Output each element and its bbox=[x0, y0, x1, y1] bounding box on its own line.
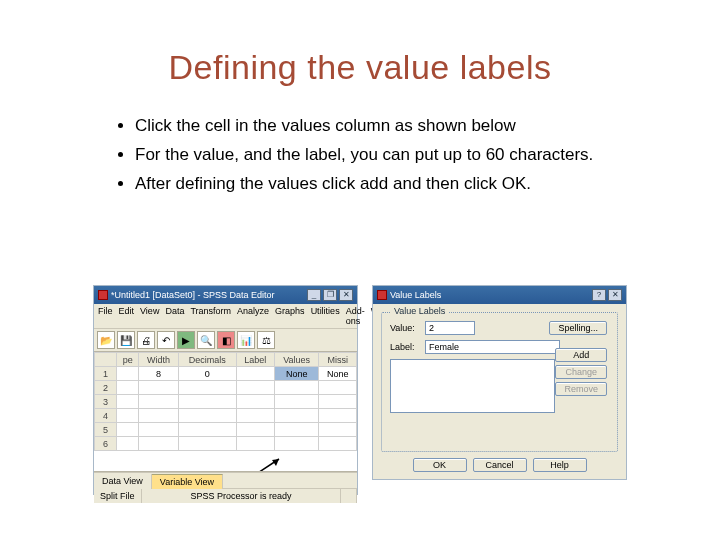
grid-cell[interactable] bbox=[274, 381, 319, 395]
change-button[interactable]: Change bbox=[555, 365, 607, 379]
menu-transform[interactable]: Transform bbox=[190, 306, 231, 326]
col-width[interactable]: Width bbox=[139, 353, 178, 367]
grid-cell[interactable] bbox=[236, 409, 274, 423]
run-icon[interactable]: ▶ bbox=[177, 331, 195, 349]
undo-icon[interactable]: ↶ bbox=[157, 331, 175, 349]
grid-cell[interactable] bbox=[117, 395, 139, 409]
labels-listbox[interactable] bbox=[390, 359, 555, 413]
bullet-2: For the value, and the label, you can pu… bbox=[135, 144, 625, 167]
value-labels-group: Value Labels Spelling... Value: Label: A… bbox=[381, 312, 618, 452]
grid-cell[interactable] bbox=[274, 395, 319, 409]
grid-cell[interactable] bbox=[117, 423, 139, 437]
menubar: File Edit View Data Transform Analyze Gr… bbox=[94, 304, 357, 329]
menu-file[interactable]: File bbox=[98, 306, 113, 326]
label-input[interactable] bbox=[425, 340, 560, 354]
ok-button[interactable]: OK bbox=[413, 458, 467, 472]
row-header: 1 bbox=[95, 367, 117, 381]
grid-cell[interactable] bbox=[236, 381, 274, 395]
menu-graphs[interactable]: Graphs bbox=[275, 306, 305, 326]
grid-cell[interactable] bbox=[274, 423, 319, 437]
grid-cell[interactable] bbox=[319, 423, 357, 437]
weight-icon[interactable]: ⚖ bbox=[257, 331, 275, 349]
grid-cell[interactable] bbox=[139, 437, 178, 451]
help-button[interactable]: Help bbox=[533, 458, 587, 472]
grid-cell[interactable] bbox=[139, 409, 178, 423]
group-legend: Value Labels bbox=[390, 306, 449, 316]
grid-cell[interactable] bbox=[319, 437, 357, 451]
value-input[interactable] bbox=[425, 321, 475, 335]
col-missing[interactable]: Missi bbox=[319, 353, 357, 367]
cancel-button[interactable]: Cancel bbox=[473, 458, 527, 472]
tab-data-view[interactable]: Data View bbox=[94, 474, 152, 489]
grid-cell[interactable] bbox=[139, 381, 178, 395]
bullet-1: Click the cell in the values column as s… bbox=[135, 115, 625, 138]
status-processor: SPSS Processor is ready bbox=[142, 489, 342, 503]
toolbar: 📂 💾 🖨 ↶ ▶ 🔍 ◧ 📊 ⚖ bbox=[94, 329, 357, 352]
grid-cell[interactable] bbox=[178, 423, 236, 437]
spss-data-editor-window: *Untitled1 [DataSet0] - SPSS Data Editor… bbox=[93, 285, 358, 495]
dialog-app-icon bbox=[377, 290, 387, 300]
menu-analyze[interactable]: Analyze bbox=[237, 306, 269, 326]
grid-cell[interactable]: None bbox=[319, 367, 357, 381]
dialog-close-icon[interactable]: ✕ bbox=[608, 289, 622, 301]
grid-cell[interactable] bbox=[117, 437, 139, 451]
row-header: 6 bbox=[95, 437, 117, 451]
grid-cell[interactable] bbox=[319, 409, 357, 423]
grid-cell[interactable] bbox=[139, 395, 178, 409]
spss-titlebar: *Untitled1 [DataSet0] - SPSS Data Editor… bbox=[94, 286, 357, 304]
vars-icon[interactable]: ◧ bbox=[217, 331, 235, 349]
open-icon[interactable]: 📂 bbox=[97, 331, 115, 349]
menu-data[interactable]: Data bbox=[165, 306, 184, 326]
menu-view[interactable]: View bbox=[140, 306, 159, 326]
row-header: 3 bbox=[95, 395, 117, 409]
maximize-icon[interactable]: ❐ bbox=[323, 289, 337, 301]
col-label[interactable]: Label bbox=[236, 353, 274, 367]
grid-cell[interactable] bbox=[117, 367, 139, 381]
grid-cell[interactable] bbox=[274, 409, 319, 423]
label-field-label: Label: bbox=[390, 342, 420, 352]
grid-cell[interactable]: None bbox=[274, 367, 319, 381]
bullet-3: After defining the values click add and … bbox=[135, 173, 625, 196]
chart-icon[interactable]: 📊 bbox=[237, 331, 255, 349]
grid-cell[interactable] bbox=[236, 367, 274, 381]
grid-cell[interactable] bbox=[236, 423, 274, 437]
grid-cell[interactable] bbox=[178, 409, 236, 423]
grid-cell[interactable] bbox=[236, 437, 274, 451]
grid-cell[interactable] bbox=[274, 437, 319, 451]
grid-cell[interactable] bbox=[319, 395, 357, 409]
dialog-titlebar: Value Labels ? ✕ bbox=[373, 286, 626, 304]
grid-cell[interactable] bbox=[319, 381, 357, 395]
minimize-icon[interactable]: _ bbox=[307, 289, 321, 301]
grid-cell[interactable] bbox=[178, 437, 236, 451]
menu-utilities[interactable]: Utilities bbox=[311, 306, 340, 326]
menu-addons[interactable]: Add-ons bbox=[346, 306, 365, 326]
grid-cell[interactable] bbox=[236, 395, 274, 409]
grid-cell[interactable] bbox=[139, 423, 178, 437]
grid-cell[interactable]: 0 bbox=[178, 367, 236, 381]
col-values[interactable]: Values bbox=[274, 353, 319, 367]
tab-variable-view[interactable]: Variable View bbox=[152, 474, 223, 489]
close-icon[interactable]: ✕ bbox=[339, 289, 353, 301]
dialog-help-icon[interactable]: ? bbox=[592, 289, 606, 301]
spss-window-title: *Untitled1 [DataSet0] - SPSS Data Editor bbox=[111, 290, 275, 300]
status-split-file: Split File bbox=[94, 489, 142, 503]
add-button[interactable]: Add bbox=[555, 348, 607, 362]
col-type[interactable]: pe bbox=[117, 353, 139, 367]
col-rowhdr bbox=[95, 353, 117, 367]
grid-cell[interactable]: 8 bbox=[139, 367, 178, 381]
spelling-button[interactable]: Spelling... bbox=[549, 321, 607, 335]
remove-button[interactable]: Remove bbox=[555, 382, 607, 396]
grid-cell[interactable] bbox=[178, 395, 236, 409]
grid-cell[interactable] bbox=[117, 409, 139, 423]
spss-app-icon bbox=[98, 290, 108, 300]
row-header: 4 bbox=[95, 409, 117, 423]
grid-cell[interactable] bbox=[178, 381, 236, 395]
dialog-title: Value Labels bbox=[390, 290, 441, 300]
col-decimals[interactable]: Decimals bbox=[178, 353, 236, 367]
save-icon[interactable]: 💾 bbox=[117, 331, 135, 349]
grid-cell[interactable] bbox=[117, 381, 139, 395]
row-header: 5 bbox=[95, 423, 117, 437]
print-icon[interactable]: 🖨 bbox=[137, 331, 155, 349]
menu-edit[interactable]: Edit bbox=[119, 306, 135, 326]
find-icon[interactable]: 🔍 bbox=[197, 331, 215, 349]
